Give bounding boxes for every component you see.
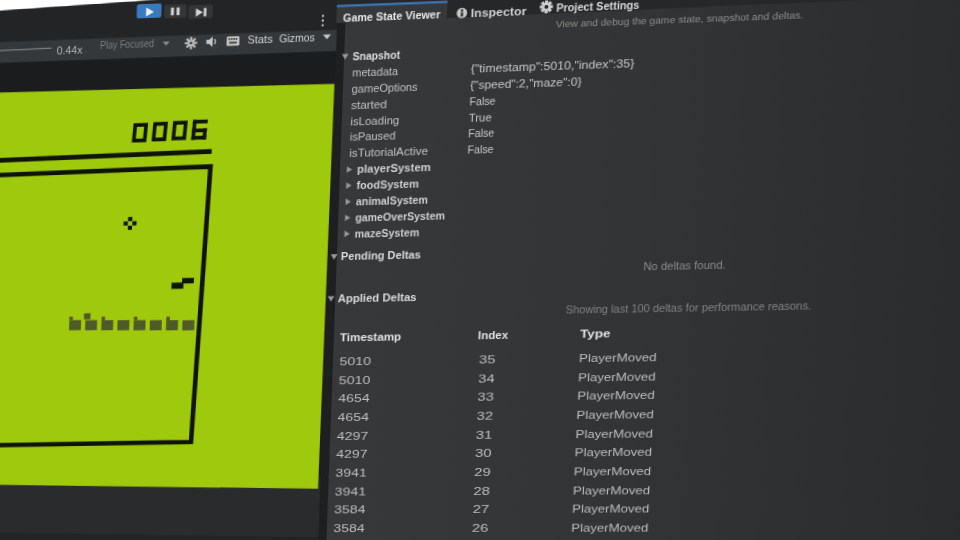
svg-text:PlayerMoved: PlayerMoved: [573, 483, 651, 497]
svg-text:28: 28: [473, 484, 490, 497]
svg-text:PlayerMoved: PlayerMoved: [577, 388, 655, 402]
svg-text:PlayerMoved: PlayerMoved: [574, 445, 652, 459]
svg-text:4297: 4297: [336, 447, 368, 460]
svg-text:Timestamp: Timestamp: [340, 331, 402, 344]
svg-text:4297: 4297: [337, 429, 369, 442]
svg-text:Applied Deltas: Applied Deltas: [338, 291, 417, 305]
svg-text:26: 26: [472, 521, 489, 534]
svg-text:PlayerMoved: PlayerMoved: [572, 502, 650, 515]
svg-text:3584: 3584: [334, 503, 366, 516]
svg-text:30: 30: [475, 446, 493, 459]
svg-text:Gizmos: Gizmos: [279, 31, 316, 45]
svg-text:started: started: [351, 98, 387, 111]
svg-text:gameOptions: gameOptions: [351, 80, 418, 95]
svg-text:32: 32: [476, 409, 493, 422]
svg-text:Type: Type: [580, 327, 611, 340]
svg-text:4654: 4654: [337, 410, 370, 423]
svg-text:Snapshot: Snapshot: [352, 48, 400, 62]
svg-text:Play Focused: Play Focused: [100, 37, 154, 51]
svg-text:playerSystem: playerSystem: [357, 161, 431, 175]
svg-text:Inspector: Inspector: [471, 4, 528, 19]
svg-text:foodSystem: foodSystem: [356, 178, 419, 192]
svg-text:PlayerMoved: PlayerMoved: [576, 407, 654, 421]
svg-text:isLoading: isLoading: [350, 113, 399, 127]
svg-text:isTutorialActive: isTutorialActive: [349, 145, 428, 160]
svg-text:Pending Deltas: Pending Deltas: [341, 249, 421, 263]
svg-text:0.44x: 0.44x: [57, 45, 84, 57]
svg-text:animalSystem: animalSystem: [356, 193, 428, 207]
svg-text:Index: Index: [478, 329, 509, 342]
svg-text:metadata: metadata: [352, 65, 399, 79]
svg-text:True: True: [469, 111, 492, 124]
svg-text:PlayerMoved: PlayerMoved: [579, 350, 657, 364]
svg-text:PlayerMoved: PlayerMoved: [574, 464, 652, 478]
svg-text:PlayerMoved: PlayerMoved: [575, 426, 653, 440]
svg-text:False: False: [467, 143, 494, 156]
svg-text:35: 35: [479, 352, 497, 365]
svg-text:5010: 5010: [339, 373, 372, 386]
svg-text:4654: 4654: [338, 391, 371, 404]
svg-text:5010: 5010: [339, 354, 372, 368]
svg-text:gameOverSystem: gameOverSystem: [355, 209, 445, 223]
svg-text:isPaused: isPaused: [350, 130, 396, 144]
svg-text:31: 31: [476, 427, 493, 440]
svg-text:PlayerMoved: PlayerMoved: [578, 369, 656, 383]
svg-text:False: False: [468, 127, 495, 140]
svg-text:27: 27: [472, 502, 489, 515]
svg-text:3941: 3941: [335, 466, 367, 479]
svg-text:34: 34: [478, 371, 496, 384]
svg-text:Stats: Stats: [247, 33, 273, 46]
svg-text:33: 33: [477, 390, 494, 403]
svg-text:3227: 3227: [333, 537, 365, 540]
svg-text:29: 29: [474, 465, 491, 478]
svg-text:PlayerMoved: PlayerMoved: [571, 520, 649, 533]
svg-text:3584: 3584: [333, 521, 365, 534]
svg-text:mazeSystem: mazeSystem: [355, 226, 420, 240]
svg-text:No deltas found.: No deltas found.: [643, 260, 726, 273]
svg-text:False: False: [469, 94, 496, 107]
svg-text:3941: 3941: [335, 484, 367, 497]
